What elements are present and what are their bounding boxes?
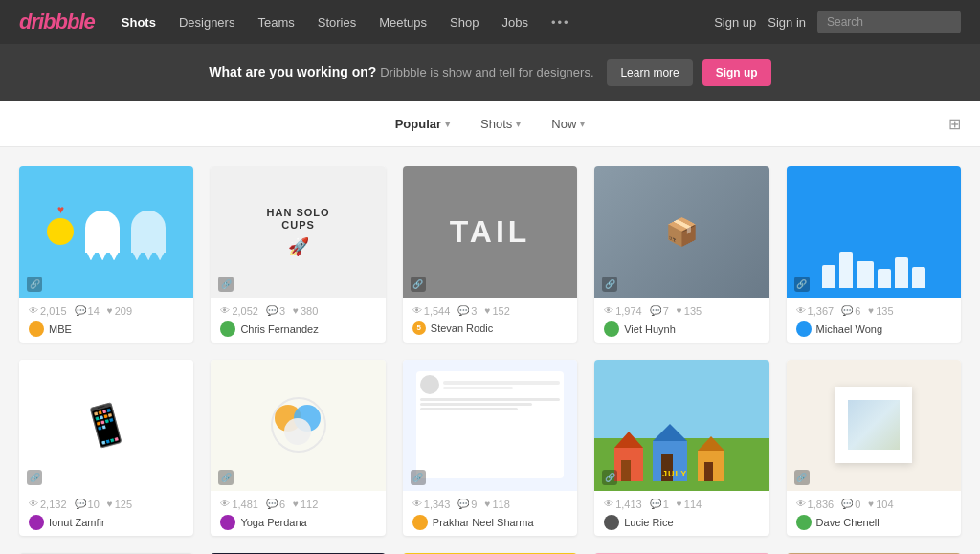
views-stat: 👁 1,413 [604, 499, 642, 510]
shot-stats: 👁 2,132 💬 10 ♥ 125 [29, 499, 184, 510]
nav-jobs[interactable]: Jobs [492, 11, 537, 33]
comments-stat: 💬 6 [266, 499, 285, 510]
promo-description: Dribbble is show and tell for designers. [380, 65, 593, 79]
starwars-title: HAN SOLOCUPS [267, 207, 330, 232]
nav-links: Shots Designers Teams Stories Meetups Sh… [112, 11, 714, 33]
shot-stats: 👁 1,413 💬 1 ♥ 114 [604, 499, 759, 510]
link-icon: 🔗 [218, 470, 234, 485]
svg-marker-8 [653, 424, 687, 441]
svg-rect-12 [704, 462, 713, 481]
views-stat: 👁 1,367 [796, 305, 835, 317]
comments-stat: 💬 0 [841, 499, 860, 510]
author-link[interactable]: Yoga Perdana [240, 517, 306, 528]
shot-card[interactable]: HAN SOLOCUPS 🚀 🔗 👁 2,052 💬 3 [211, 166, 385, 343]
views-count: 1,481 [232, 499, 258, 510]
shot-card[interactable]: TAIL 🔗 👁 1,544 💬 3 ♥ 152 [403, 166, 577, 343]
promo-question: What are you working on? [209, 64, 376, 79]
comment-icon: 💬 [75, 499, 86, 509]
logo[interactable]: dribbble [19, 10, 95, 34]
ghost-illustration [85, 211, 120, 253]
views-stat: 👁 1,974 [604, 305, 642, 317]
nav-more[interactable]: ••• [542, 11, 580, 33]
shot-card[interactable]: 📱 🔗 👁 2,132 💬 10 ♥ 125 [19, 360, 193, 536]
avatar [29, 515, 44, 530]
shot-card[interactable]: JULY 🔗 👁 1,413 💬 1 ♥ [594, 360, 768, 536]
nav-teams[interactable]: Teams [248, 11, 303, 33]
views-stat: 👁 2,015 [29, 305, 67, 317]
nav-stories[interactable]: Stories [308, 11, 366, 33]
author-link[interactable]: Michael Wong [816, 323, 883, 335]
link-icon: 🔗 [218, 277, 234, 292]
pro-badge: 5 [412, 321, 426, 335]
author-link[interactable]: Chris Fernandez [240, 323, 318, 335]
shot-thumbnail: 🔗 [403, 360, 577, 491]
likes-stat: ♥ 135 [677, 305, 702, 317]
eye-icon: 👁 [796, 499, 806, 509]
comments-stat: 💬 7 [650, 305, 669, 317]
comment-icon: 💬 [266, 499, 278, 509]
eye-icon: 👁 [412, 499, 422, 509]
avatar [796, 321, 812, 337]
filter-now[interactable]: Now ▾ [538, 111, 598, 137]
likes-stat: ♥ 112 [293, 499, 318, 510]
nav-shots[interactable]: Shots [112, 11, 166, 33]
nav-designers[interactable]: Designers [169, 11, 245, 33]
search-input[interactable] [817, 11, 961, 33]
likes-count: 125 [115, 499, 132, 510]
heart-icon: ♥ [677, 305, 682, 316]
author-link[interactable]: Ionut Zamfir [49, 517, 105, 528]
shot-card[interactable]: 📦 🔗 👁 1,974 💬 7 ♥ 135 [594, 166, 768, 343]
shot-card[interactable]: 🔗 👁 2,015 💬 14 ♥ 209 [19, 166, 193, 343]
shot-thumbnail: 🔗 [787, 166, 961, 298]
shot-card[interactable]: 🔗 👁 1,367 💬 6 ♥ 135 [787, 166, 961, 343]
shot-card[interactable]: 🔗 👁 1,481 💬 6 ♥ 112 [211, 360, 385, 536]
shot-stats: 👁 1,836 💬 0 ♥ 104 [796, 499, 951, 510]
author-link[interactable]: MBE [49, 323, 72, 335]
eye-icon: 👁 [796, 305, 806, 316]
shot-author: Michael Wong [796, 321, 951, 337]
shot-thumbnail: 🔗 [211, 360, 385, 491]
starwars-icon: 🚀 [267, 236, 330, 257]
svg-rect-6 [621, 460, 631, 481]
comments-count: 1 [663, 499, 669, 510]
shot-thumbnail: JULY 🔗 [594, 360, 768, 491]
shot-meta: 👁 1,413 💬 1 ♥ 114 Lucie Rice [594, 491, 768, 536]
shot-thumbnail: TAIL 🔗 [403, 166, 577, 298]
likes-stat: ♥ 135 [868, 305, 893, 317]
shot-author: Prakhar Neel Sharma [412, 515, 568, 530]
views-stat: 👁 1,544 [412, 305, 451, 317]
nav-shop[interactable]: Shop [440, 11, 488, 33]
comments-count: 14 [88, 305, 100, 317]
shot-card[interactable]: 🔗 👁 1,343 💬 9 ♥ 118 [403, 360, 577, 536]
svg-marker-5 [614, 432, 643, 448]
avatar [29, 321, 44, 337]
filter-shots[interactable]: Shots ▾ [467, 111, 534, 137]
comments-count: 10 [88, 499, 100, 510]
likes-stat: ♥ 118 [484, 499, 509, 510]
shot-thumbnail: 📱 🔗 [19, 360, 193, 491]
shot-stats: 👁 2,052 💬 3 ♥ 380 [220, 305, 375, 317]
comments-count: 6 [855, 305, 860, 317]
link-icon: 🔗 [27, 470, 42, 485]
avatar [796, 515, 812, 530]
heart-icon: ♥ [293, 499, 299, 509]
sign-up-link[interactable]: Sign up [714, 15, 756, 30]
navbar: dribbble Shots Designers Teams Stories M… [0, 0, 980, 44]
eye-icon: 👁 [604, 305, 613, 316]
grid-toggle-button[interactable]: ⊞ [948, 115, 961, 133]
shot-author: Yoga Perdana [220, 515, 375, 530]
shot-author: Chris Fernandez [220, 321, 375, 337]
author-link[interactable]: Lucie Rice [624, 517, 673, 528]
nav-meetups[interactable]: Meetups [369, 11, 436, 33]
heart-icon: ♥ [293, 305, 299, 316]
author-link[interactable]: Stevan Rodic [431, 322, 493, 334]
sign-in-link[interactable]: Sign in [768, 15, 806, 30]
learn-more-button[interactable]: Learn more [607, 59, 692, 86]
author-link[interactable]: Dave Chenell [816, 517, 880, 528]
promo-signup-button[interactable]: Sign up [702, 59, 771, 86]
views-count: 1,343 [424, 499, 451, 510]
shot-card[interactable]: 🔗 👁 1,836 💬 0 ♥ 104 [787, 360, 961, 536]
author-link[interactable]: Viet Huynh [624, 323, 676, 335]
author-link[interactable]: Prakhar Neel Sharma [433, 517, 534, 528]
filter-popular[interactable]: Popular ▾ [382, 111, 463, 137]
